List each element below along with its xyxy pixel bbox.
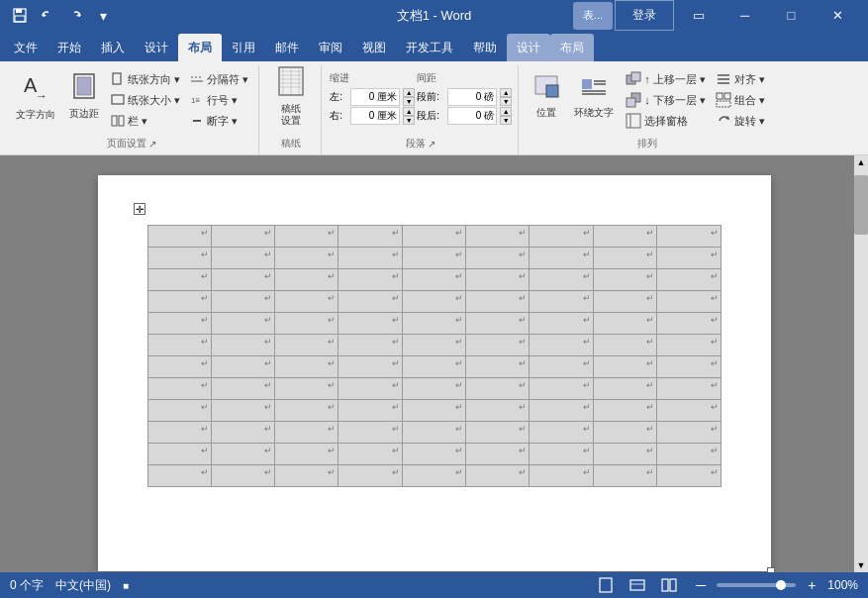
table-cell[interactable]: [466, 378, 530, 400]
spacing-after-spinner[interactable]: ▲ ▼: [500, 107, 512, 125]
table-cell[interactable]: [338, 291, 402, 313]
indent-right-down[interactable]: ▼: [403, 116, 415, 125]
draft-settings-button[interactable]: 稿纸设置: [267, 67, 315, 125]
scroll-up-button[interactable]: ▲: [854, 155, 868, 169]
table-cell[interactable]: [657, 335, 721, 356]
table-cell[interactable]: [530, 248, 593, 269]
spacing-before-up[interactable]: ▲: [500, 88, 512, 97]
text-direction-button[interactable]: A → 文字方向: [10, 67, 61, 125]
table-cell[interactable]: [147, 378, 211, 400]
table-cell[interactable]: [402, 400, 465, 422]
table-cell[interactable]: [338, 356, 402, 378]
table-cell[interactable]: [466, 422, 530, 444]
columns-button[interactable]: 栏 ▾: [107, 111, 184, 131]
table-cell[interactable]: [466, 400, 530, 422]
tab-developer[interactable]: 开发工具: [396, 34, 463, 61]
table-cell[interactable]: [466, 465, 530, 487]
web-view-button[interactable]: [626, 575, 649, 595]
table-cell[interactable]: [402, 378, 465, 400]
undo-button[interactable]: [36, 4, 59, 28]
tab-review[interactable]: 审阅: [309, 34, 352, 61]
indent-right-input[interactable]: [350, 107, 400, 125]
table-cell[interactable]: [147, 291, 211, 313]
spacing-after-up[interactable]: ▲: [500, 107, 512, 116]
table-cell[interactable]: [530, 291, 593, 313]
table-cell[interactable]: [466, 269, 530, 291]
rotate-button[interactable]: 旋转 ▾: [712, 111, 769, 131]
table-cell[interactable]: [275, 269, 338, 291]
table-cell[interactable]: [657, 400, 721, 422]
hyphenation-button[interactable]: 断字 ▾: [186, 111, 252, 131]
table-cell[interactable]: [530, 465, 593, 487]
table-cell[interactable]: [530, 269, 593, 291]
indent-left-up[interactable]: ▲: [403, 88, 415, 97]
orientation-button[interactable]: 纸张方向 ▾: [107, 69, 184, 89]
language-indicator[interactable]: 中文(中国): [55, 577, 111, 594]
table-cell[interactable]: [466, 444, 530, 465]
tab-design[interactable]: 设计: [135, 34, 178, 61]
table-cell[interactable]: [275, 444, 338, 465]
table-cell[interactable]: [657, 269, 721, 291]
table-cell[interactable]: [275, 356, 338, 378]
table-cell[interactable]: [593, 269, 656, 291]
tab-table-design[interactable]: 设计: [507, 34, 550, 61]
tab-references[interactable]: 引用: [222, 34, 265, 61]
table-cell[interactable]: [657, 248, 721, 269]
table-cell[interactable]: [657, 422, 721, 444]
table-cell[interactable]: [657, 291, 721, 313]
table-cell[interactable]: [657, 465, 721, 487]
table-cell[interactable]: [275, 422, 338, 444]
table-cell[interactable]: [211, 465, 274, 487]
table-cell[interactable]: [402, 313, 465, 335]
read-view-button[interactable]: [657, 575, 681, 595]
table-cell[interactable]: [593, 444, 656, 465]
tab-help[interactable]: 帮助: [463, 34, 507, 61]
table-cell[interactable]: [275, 291, 338, 313]
table-cell[interactable]: [147, 226, 211, 248]
table-cell[interactable]: [530, 422, 593, 444]
table-cell[interactable]: [338, 400, 402, 422]
table-cell[interactable]: [593, 248, 656, 269]
table-cell[interactable]: [402, 356, 465, 378]
customize-qat-button[interactable]: ▾: [91, 4, 115, 28]
tab-table-layout[interactable]: 布局: [550, 34, 594, 61]
table-cell[interactable]: [593, 291, 656, 313]
table-cell[interactable]: [657, 313, 721, 335]
send-backward-button[interactable]: ↓ 下移一层 ▾: [622, 90, 710, 110]
table-cell[interactable]: [402, 248, 465, 269]
group-button[interactable]: 组合 ▾: [712, 90, 769, 110]
table-cell[interactable]: [211, 356, 274, 378]
breaks-button[interactable]: 分隔符 ▾: [186, 69, 252, 89]
line-numbers-button[interactable]: 1≡ 行号 ▾: [186, 90, 252, 110]
table-cell[interactable]: [275, 378, 338, 400]
table-cell[interactable]: [147, 269, 211, 291]
table-cell[interactable]: [147, 400, 211, 422]
table-cell[interactable]: [466, 313, 530, 335]
table-cell[interactable]: [530, 356, 593, 378]
table-cell[interactable]: [530, 444, 593, 465]
table-cell[interactable]: [530, 226, 593, 248]
tab-layout[interactable]: 布局: [178, 34, 222, 61]
table-cell[interactable]: [338, 465, 402, 487]
table-cell[interactable]: [275, 313, 338, 335]
table-cell[interactable]: [211, 291, 274, 313]
print-view-button[interactable]: [594, 575, 618, 595]
table-cell[interactable]: [338, 226, 402, 248]
table-cell[interactable]: [338, 335, 402, 356]
spacing-before-input[interactable]: [447, 88, 497, 106]
table-cell[interactable]: [593, 335, 656, 356]
table-cell[interactable]: [402, 465, 465, 487]
table-cell[interactable]: [147, 248, 211, 269]
table-cell[interactable]: [275, 226, 338, 248]
table-cell[interactable]: [593, 400, 656, 422]
minimize-button[interactable]: ─: [723, 0, 767, 31]
table-cell[interactable]: [338, 313, 402, 335]
paper-size-button[interactable]: 纸张大小 ▾: [107, 90, 184, 110]
table-cell[interactable]: [338, 248, 402, 269]
table-cell[interactable]: [593, 465, 656, 487]
spacing-before-down[interactable]: ▼: [500, 97, 512, 106]
indent-right-spinner[interactable]: ▲ ▼: [403, 107, 415, 125]
table-cell[interactable]: [466, 335, 530, 356]
zoom-out-button[interactable]: ─: [689, 575, 713, 595]
tab-home[interactable]: 开始: [48, 34, 91, 61]
